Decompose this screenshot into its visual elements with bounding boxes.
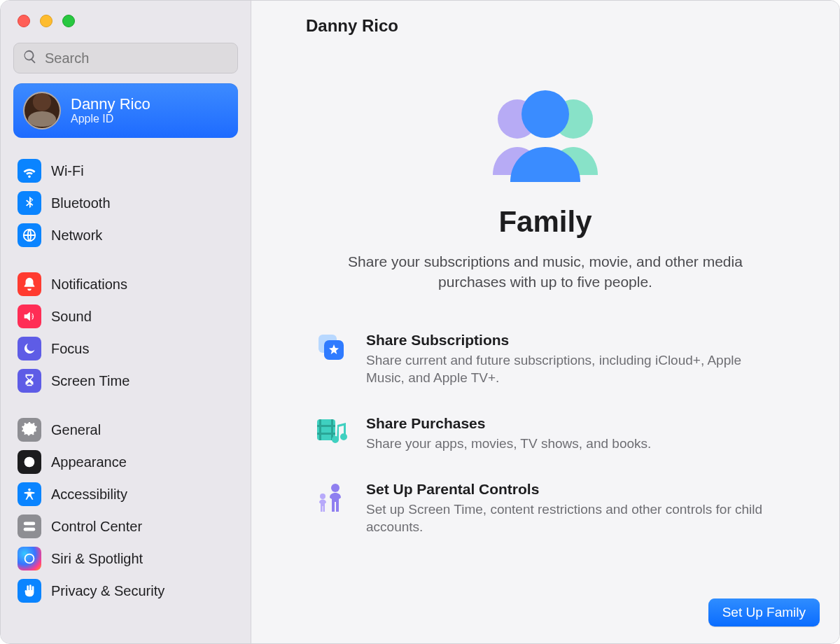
user-avatar <box>23 92 61 130</box>
search-input[interactable] <box>45 50 229 66</box>
svg-point-5 <box>26 522 29 525</box>
svg-point-18 <box>331 484 340 492</box>
family-hero-icon <box>468 80 622 186</box>
sidebar-item-accessibility[interactable]: Accessibility <box>10 478 241 510</box>
sidebar-item-sound[interactable]: Sound <box>10 300 241 332</box>
set-up-family-button[interactable]: Set Up Family <box>708 598 820 626</box>
sidebar-item-control-center[interactable]: Control Center <box>10 510 241 542</box>
bluetooth-icon <box>18 191 41 215</box>
hourglass-icon <box>18 369 41 393</box>
hand-icon <box>18 579 41 603</box>
siri-icon <box>18 547 41 570</box>
sidebar-item-label: Siri & Spotlight <box>51 551 143 567</box>
family-description: Share your subscriptions and music, movi… <box>321 251 769 293</box>
sidebar-item-label: Screen Time <box>51 373 130 389</box>
svg-rect-3 <box>24 522 36 526</box>
sidebar-item-wifi[interactable]: Wi-Fi <box>10 155 241 187</box>
svg-rect-17 <box>317 433 335 435</box>
svg-rect-4 <box>24 528 36 531</box>
feature-title: Share Subscriptions <box>366 332 776 349</box>
accessibility-icon <box>18 482 41 506</box>
window-controls <box>1 1 251 40</box>
sidebar-item-siri-spotlight[interactable]: Siri & Spotlight <box>10 542 241 575</box>
feature-parental-controls: Set Up Parental Controls Set up Screen T… <box>314 481 776 536</box>
share-purchases-icon <box>314 415 348 449</box>
sidebar-nav: Wi-Fi Bluetooth Network <box>1 149 251 612</box>
sidebar-item-label: Control Center <box>51 519 142 535</box>
svg-point-6 <box>31 528 34 531</box>
minimize-window-button[interactable] <box>40 15 52 27</box>
feature-share-purchases: Share Purchases Share your apps, movies,… <box>314 415 776 453</box>
svg-rect-14 <box>319 419 321 440</box>
sidebar-item-label: General <box>51 422 101 438</box>
page-title: Danny Rico <box>251 1 839 52</box>
sidebar-item-label: Sound <box>51 309 92 325</box>
search-icon <box>22 49 38 67</box>
svg-point-2 <box>28 489 31 491</box>
family-heading: Family <box>498 205 592 239</box>
feature-title: Share Purchases <box>366 415 651 432</box>
feature-desc: Set up Screen Time, content restrictions… <box>366 500 776 536</box>
svg-point-7 <box>25 554 34 564</box>
feature-desc: Share your apps, movies, TV shows, and b… <box>366 435 651 453</box>
appearance-icon <box>18 450 41 474</box>
sidebar-item-label: Focus <box>51 341 89 357</box>
feature-list: Share Subscriptions Share current and fu… <box>314 332 776 536</box>
svg-point-10 <box>522 90 569 138</box>
feature-title: Set Up Parental Controls <box>366 481 776 498</box>
search-field[interactable] <box>13 43 238 74</box>
svg-rect-16 <box>317 425 335 427</box>
sidebar-item-network[interactable]: Network <box>10 219 241 251</box>
feature-desc: Share current and future subscriptions, … <box>366 351 776 387</box>
sidebar-item-apple-id[interactable]: Danny Rico Apple ID <box>13 83 238 138</box>
sidebar-item-privacy-security[interactable]: Privacy & Security <box>10 575 241 607</box>
settings-window: Danny Rico Apple ID Wi-Fi Bluetooth <box>0 0 840 644</box>
gear-icon <box>18 418 41 442</box>
account-subtitle: Apple ID <box>71 113 150 125</box>
sidebar-item-label: Notifications <box>51 276 127 293</box>
sidebar-item-bluetooth[interactable]: Bluetooth <box>10 187 241 219</box>
sidebar-item-general[interactable]: General <box>10 414 241 446</box>
account-name: Danny Rico <box>71 96 150 113</box>
sidebar: Danny Rico Apple ID Wi-Fi Bluetooth <box>1 1 251 643</box>
parental-controls-icon <box>314 481 348 514</box>
sidebar-item-label: Privacy & Security <box>51 583 164 599</box>
share-subscriptions-icon <box>314 332 348 365</box>
speaker-icon <box>18 304 41 328</box>
feature-share-subscriptions: Share Subscriptions Share current and fu… <box>314 332 776 387</box>
close-window-button[interactable] <box>18 15 30 27</box>
switches-icon <box>18 514 41 538</box>
sidebar-item-screen-time[interactable]: Screen Time <box>10 365 241 397</box>
sidebar-item-label: Appearance <box>51 454 127 470</box>
sidebar-item-focus[interactable]: Focus <box>10 332 241 365</box>
sidebar-item-label: Bluetooth <box>51 195 111 211</box>
maximize-window-button[interactable] <box>62 15 75 27</box>
sidebar-item-notifications[interactable]: Notifications <box>10 268 241 300</box>
wifi-icon <box>18 159 41 183</box>
bell-icon <box>18 272 41 296</box>
sidebar-item-label: Network <box>51 227 102 244</box>
globe-icon <box>18 223 41 247</box>
sidebar-item-appearance[interactable]: Appearance <box>10 446 241 478</box>
sidebar-item-label: Wi-Fi <box>51 163 84 179</box>
svg-point-19 <box>320 493 326 499</box>
moon-icon <box>18 337 41 360</box>
sidebar-item-label: Accessibility <box>51 486 127 503</box>
main-content: Danny Rico <box>251 1 839 643</box>
